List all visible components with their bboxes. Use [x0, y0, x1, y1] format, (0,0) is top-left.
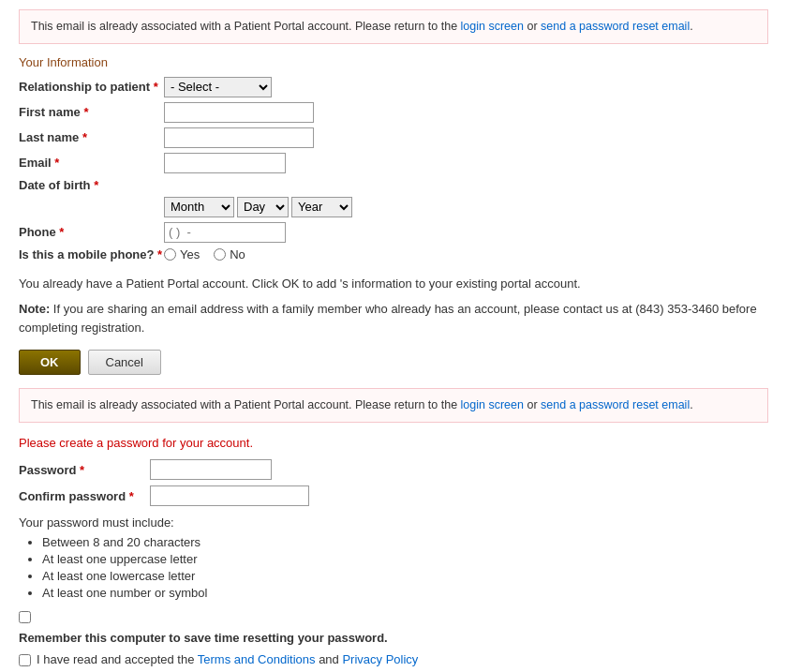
- yes-option: Yes: [164, 247, 200, 261]
- dob-selects-row: Month JanuaryFebruaryMarch AprilMayJune …: [19, 197, 768, 217]
- bottom-alert-text-before: This email is already associated with a …: [31, 398, 461, 411]
- phone-label: Phone *: [19, 225, 164, 239]
- bottom-alert-box: This email is already associated with a …: [19, 388, 768, 423]
- no-radio[interactable]: [214, 248, 226, 261]
- year-select[interactable]: Year 20242023200019901980: [291, 197, 352, 217]
- first-name-row: First name *: [19, 102, 768, 123]
- top-login-link[interactable]: login screen: [461, 20, 524, 33]
- dob-label-row: Date of birth *: [19, 178, 768, 192]
- relationship-required: *: [154, 80, 158, 94]
- bottom-login-link[interactable]: login screen: [461, 398, 524, 411]
- email-label: Email *: [19, 156, 164, 170]
- top-alert-text-before: This email is already associated with a …: [31, 20, 461, 33]
- day-select[interactable]: Day 12345 678910: [237, 197, 289, 217]
- dob-required: *: [94, 178, 98, 192]
- month-select[interactable]: Month JanuaryFebruaryMarch AprilMayJune …: [164, 197, 234, 217]
- bottom-alert-text-between: or: [524, 398, 541, 411]
- ok-button[interactable]: OK: [19, 350, 81, 375]
- password-required: *: [80, 463, 84, 477]
- terms-text: I have read and accepted the Terms and C…: [37, 652, 418, 666]
- email-required: *: [54, 156, 59, 170]
- note-label: Note:: [19, 302, 50, 316]
- password-row: Password *: [19, 459, 768, 480]
- top-alert-text-after: .: [690, 20, 692, 33]
- terms-conditions-link[interactable]: Terms and Conditions: [198, 652, 316, 666]
- section-title: Your Information: [19, 55, 768, 69]
- first-name-label: First name *: [19, 105, 164, 119]
- confirm-password-row: Confirm password *: [19, 485, 768, 506]
- last-name-input[interactable]: [164, 127, 314, 148]
- phone-required: *: [59, 225, 64, 239]
- top-reset-link[interactable]: send a password reset email: [541, 20, 690, 33]
- confirm-password-label: Confirm password *: [19, 489, 150, 503]
- req-length: Between 8 and 20 characters: [42, 535, 768, 549]
- bottom-reset-link[interactable]: send a password reset email: [541, 398, 690, 411]
- cancel-button[interactable]: Cancel: [88, 350, 161, 375]
- info-paragraph: You already have a Patient Portal accoun…: [19, 275, 768, 293]
- top-alert-text-between: or: [524, 20, 541, 33]
- terms-row: I have read and accepted the Terms and C…: [19, 652, 768, 666]
- dob-selects: Month JanuaryFebruaryMarch AprilMayJune …: [164, 197, 352, 217]
- email-row: Email *: [19, 153, 768, 173]
- last-name-label: Last name *: [19, 130, 164, 144]
- must-include-text: Your password must include:: [19, 515, 768, 530]
- first-name-required: *: [83, 105, 88, 119]
- password-label: Password *: [19, 463, 150, 477]
- mobile-radio-group: Yes No: [164, 247, 245, 261]
- last-name-required: *: [82, 130, 87, 144]
- req-uppercase: At least one uppercase letter: [42, 552, 768, 566]
- no-label: No: [230, 247, 245, 261]
- mobile-required: *: [157, 247, 162, 261]
- top-alert-box: This email is already associated with a …: [19, 9, 768, 44]
- relationship-row: Relationship to patient * - Select - Sel…: [19, 77, 768, 97]
- yes-radio[interactable]: [164, 248, 176, 261]
- privacy-policy-link[interactable]: Privacy Policy: [342, 652, 418, 666]
- no-option: No: [214, 247, 245, 261]
- mobile-row: Is this a mobile phone? * Yes No: [19, 247, 768, 261]
- remember-section: Remember this computer to save time rese…: [19, 609, 768, 645]
- relationship-label: Relationship to patient *: [19, 80, 164, 94]
- confirm-password-input[interactable]: [150, 485, 309, 506]
- remember-row: [19, 609, 768, 623]
- remember-checkbox[interactable]: [19, 611, 31, 623]
- terms-checkbox[interactable]: [19, 654, 31, 666]
- remember-label: Remember this computer to save time rese…: [19, 631, 768, 645]
- requirements-list: Between 8 and 20 characters At least one…: [42, 535, 768, 600]
- last-name-row: Last name *: [19, 127, 768, 148]
- ok-cancel-row: OK Cancel: [19, 350, 768, 375]
- phone-row: Phone *: [19, 222, 768, 243]
- phone-input[interactable]: [164, 222, 286, 243]
- confirm-required: *: [129, 489, 134, 503]
- note-text-block: Note: If you are sharing an email addres…: [19, 300, 768, 336]
- dob-label: Date of birth *: [19, 178, 164, 192]
- req-lowercase: At least one lowercase letter: [42, 569, 768, 583]
- email-input[interactable]: [164, 153, 286, 173]
- yes-label: Yes: [180, 247, 200, 261]
- password-input[interactable]: [150, 459, 272, 480]
- req-number-symbol: At least one number or symbol: [42, 586, 768, 600]
- your-information-section: Your Information Relationship to patient…: [19, 55, 768, 261]
- bottom-alert-text-after: .: [690, 398, 692, 411]
- relationship-select[interactable]: - Select - Self Spouse Parent Child Othe…: [164, 77, 272, 97]
- first-name-input[interactable]: [164, 102, 314, 123]
- note-content: If you are sharing an email address with…: [19, 302, 757, 335]
- mobile-question-label: Is this a mobile phone? *: [19, 247, 164, 261]
- password-section: Please create a password for your accoun…: [19, 436, 768, 666]
- password-title: Please create a password for your accoun…: [19, 436, 768, 450]
